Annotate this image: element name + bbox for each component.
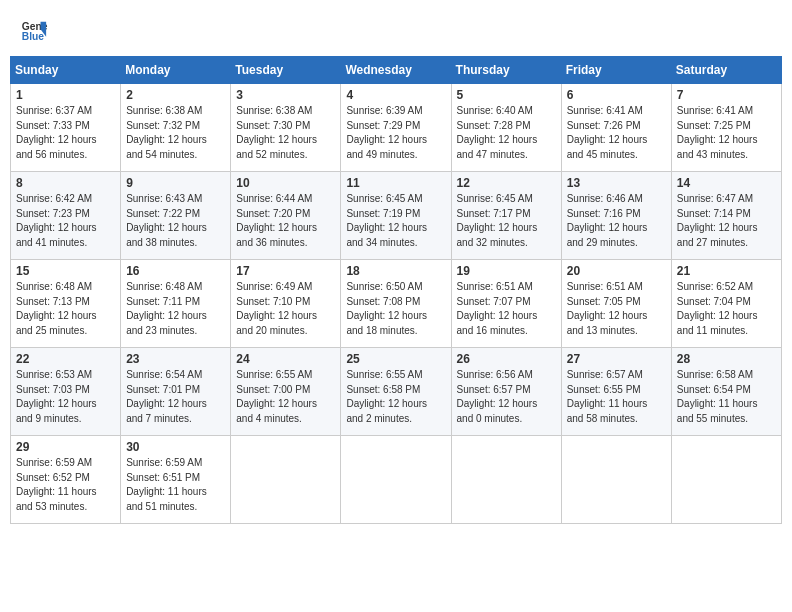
calendar-cell: 3 Sunrise: 6:38 AMSunset: 7:30 PMDayligh… bbox=[231, 84, 341, 172]
day-info: Sunrise: 6:50 AMSunset: 7:08 PMDaylight:… bbox=[346, 280, 445, 338]
calendar-cell: 15 Sunrise: 6:48 AMSunset: 7:13 PMDaylig… bbox=[11, 260, 121, 348]
day-number: 11 bbox=[346, 176, 445, 190]
page-header: General Blue bbox=[10, 10, 782, 52]
day-number: 10 bbox=[236, 176, 335, 190]
calendar-cell: 20 Sunrise: 6:51 AMSunset: 7:05 PMDaylig… bbox=[561, 260, 671, 348]
day-number: 24 bbox=[236, 352, 335, 366]
day-number: 4 bbox=[346, 88, 445, 102]
calendar-cell: 16 Sunrise: 6:48 AMSunset: 7:11 PMDaylig… bbox=[121, 260, 231, 348]
day-info: Sunrise: 6:40 AMSunset: 7:28 PMDaylight:… bbox=[457, 104, 556, 162]
day-info: Sunrise: 6:59 AMSunset: 6:51 PMDaylight:… bbox=[126, 456, 225, 514]
day-info: Sunrise: 6:42 AMSunset: 7:23 PMDaylight:… bbox=[16, 192, 115, 250]
calendar-cell: 24 Sunrise: 6:55 AMSunset: 7:00 PMDaylig… bbox=[231, 348, 341, 436]
day-number: 8 bbox=[16, 176, 115, 190]
day-info: Sunrise: 6:41 AMSunset: 7:26 PMDaylight:… bbox=[567, 104, 666, 162]
calendar-cell: 28 Sunrise: 6:58 AMSunset: 6:54 PMDaylig… bbox=[671, 348, 781, 436]
day-info: Sunrise: 6:53 AMSunset: 7:03 PMDaylight:… bbox=[16, 368, 115, 426]
day-info: Sunrise: 6:59 AMSunset: 6:52 PMDaylight:… bbox=[16, 456, 115, 514]
column-header-tuesday: Tuesday bbox=[231, 57, 341, 84]
day-number: 18 bbox=[346, 264, 445, 278]
day-info: Sunrise: 6:39 AMSunset: 7:29 PMDaylight:… bbox=[346, 104, 445, 162]
day-info: Sunrise: 6:52 AMSunset: 7:04 PMDaylight:… bbox=[677, 280, 776, 338]
calendar-cell: 10 Sunrise: 6:44 AMSunset: 7:20 PMDaylig… bbox=[231, 172, 341, 260]
calendar-cell: 14 Sunrise: 6:47 AMSunset: 7:14 PMDaylig… bbox=[671, 172, 781, 260]
day-info: Sunrise: 6:38 AMSunset: 7:30 PMDaylight:… bbox=[236, 104, 335, 162]
calendar-cell: 19 Sunrise: 6:51 AMSunset: 7:07 PMDaylig… bbox=[451, 260, 561, 348]
day-number: 22 bbox=[16, 352, 115, 366]
calendar-cell: 5 Sunrise: 6:40 AMSunset: 7:28 PMDayligh… bbox=[451, 84, 561, 172]
day-info: Sunrise: 6:55 AMSunset: 6:58 PMDaylight:… bbox=[346, 368, 445, 426]
calendar-cell: 22 Sunrise: 6:53 AMSunset: 7:03 PMDaylig… bbox=[11, 348, 121, 436]
day-number: 7 bbox=[677, 88, 776, 102]
day-number: 28 bbox=[677, 352, 776, 366]
day-number: 20 bbox=[567, 264, 666, 278]
day-info: Sunrise: 6:48 AMSunset: 7:13 PMDaylight:… bbox=[16, 280, 115, 338]
calendar-cell: 4 Sunrise: 6:39 AMSunset: 7:29 PMDayligh… bbox=[341, 84, 451, 172]
day-info: Sunrise: 6:55 AMSunset: 7:00 PMDaylight:… bbox=[236, 368, 335, 426]
day-number: 6 bbox=[567, 88, 666, 102]
day-number: 1 bbox=[16, 88, 115, 102]
day-info: Sunrise: 6:49 AMSunset: 7:10 PMDaylight:… bbox=[236, 280, 335, 338]
day-number: 2 bbox=[126, 88, 225, 102]
calendar-cell: 12 Sunrise: 6:45 AMSunset: 7:17 PMDaylig… bbox=[451, 172, 561, 260]
day-number: 16 bbox=[126, 264, 225, 278]
column-header-monday: Monday bbox=[121, 57, 231, 84]
day-info: Sunrise: 6:56 AMSunset: 6:57 PMDaylight:… bbox=[457, 368, 556, 426]
logo: General Blue bbox=[20, 18, 48, 46]
day-number: 23 bbox=[126, 352, 225, 366]
calendar-week-1: 1 Sunrise: 6:37 AMSunset: 7:33 PMDayligh… bbox=[11, 84, 782, 172]
calendar-cell: 17 Sunrise: 6:49 AMSunset: 7:10 PMDaylig… bbox=[231, 260, 341, 348]
calendar-cell: 1 Sunrise: 6:37 AMSunset: 7:33 PMDayligh… bbox=[11, 84, 121, 172]
calendar-cell bbox=[231, 436, 341, 524]
calendar-cell: 29 Sunrise: 6:59 AMSunset: 6:52 PMDaylig… bbox=[11, 436, 121, 524]
calendar-cell: 8 Sunrise: 6:42 AMSunset: 7:23 PMDayligh… bbox=[11, 172, 121, 260]
calendar-header-row: SundayMondayTuesdayWednesdayThursdayFrid… bbox=[11, 57, 782, 84]
calendar-cell bbox=[671, 436, 781, 524]
day-number: 14 bbox=[677, 176, 776, 190]
calendar-cell bbox=[451, 436, 561, 524]
day-info: Sunrise: 6:51 AMSunset: 7:05 PMDaylight:… bbox=[567, 280, 666, 338]
day-number: 3 bbox=[236, 88, 335, 102]
calendar-cell: 6 Sunrise: 6:41 AMSunset: 7:26 PMDayligh… bbox=[561, 84, 671, 172]
day-number: 21 bbox=[677, 264, 776, 278]
day-info: Sunrise: 6:41 AMSunset: 7:25 PMDaylight:… bbox=[677, 104, 776, 162]
day-number: 13 bbox=[567, 176, 666, 190]
calendar-cell: 13 Sunrise: 6:46 AMSunset: 7:16 PMDaylig… bbox=[561, 172, 671, 260]
day-info: Sunrise: 6:51 AMSunset: 7:07 PMDaylight:… bbox=[457, 280, 556, 338]
column-header-saturday: Saturday bbox=[671, 57, 781, 84]
day-number: 12 bbox=[457, 176, 556, 190]
day-number: 15 bbox=[16, 264, 115, 278]
day-number: 19 bbox=[457, 264, 556, 278]
column-header-wednesday: Wednesday bbox=[341, 57, 451, 84]
day-number: 9 bbox=[126, 176, 225, 190]
day-info: Sunrise: 6:57 AMSunset: 6:55 PMDaylight:… bbox=[567, 368, 666, 426]
day-number: 29 bbox=[16, 440, 115, 454]
day-info: Sunrise: 6:45 AMSunset: 7:19 PMDaylight:… bbox=[346, 192, 445, 250]
calendar-table: SundayMondayTuesdayWednesdayThursdayFrid… bbox=[10, 56, 782, 524]
calendar-week-5: 29 Sunrise: 6:59 AMSunset: 6:52 PMDaylig… bbox=[11, 436, 782, 524]
day-info: Sunrise: 6:38 AMSunset: 7:32 PMDaylight:… bbox=[126, 104, 225, 162]
calendar-cell: 30 Sunrise: 6:59 AMSunset: 6:51 PMDaylig… bbox=[121, 436, 231, 524]
calendar-cell: 9 Sunrise: 6:43 AMSunset: 7:22 PMDayligh… bbox=[121, 172, 231, 260]
column-header-sunday: Sunday bbox=[11, 57, 121, 84]
calendar-cell: 2 Sunrise: 6:38 AMSunset: 7:32 PMDayligh… bbox=[121, 84, 231, 172]
logo-icon: General Blue bbox=[20, 18, 48, 46]
day-info: Sunrise: 6:45 AMSunset: 7:17 PMDaylight:… bbox=[457, 192, 556, 250]
svg-text:Blue: Blue bbox=[22, 31, 45, 42]
day-number: 5 bbox=[457, 88, 556, 102]
calendar-cell: 26 Sunrise: 6:56 AMSunset: 6:57 PMDaylig… bbox=[451, 348, 561, 436]
day-info: Sunrise: 6:43 AMSunset: 7:22 PMDaylight:… bbox=[126, 192, 225, 250]
calendar-cell: 11 Sunrise: 6:45 AMSunset: 7:19 PMDaylig… bbox=[341, 172, 451, 260]
column-header-friday: Friday bbox=[561, 57, 671, 84]
calendar-cell bbox=[341, 436, 451, 524]
calendar-cell: 7 Sunrise: 6:41 AMSunset: 7:25 PMDayligh… bbox=[671, 84, 781, 172]
calendar-cell: 23 Sunrise: 6:54 AMSunset: 7:01 PMDaylig… bbox=[121, 348, 231, 436]
calendar-cell: 27 Sunrise: 6:57 AMSunset: 6:55 PMDaylig… bbox=[561, 348, 671, 436]
day-number: 17 bbox=[236, 264, 335, 278]
calendar-week-3: 15 Sunrise: 6:48 AMSunset: 7:13 PMDaylig… bbox=[11, 260, 782, 348]
calendar-cell bbox=[561, 436, 671, 524]
day-info: Sunrise: 6:44 AMSunset: 7:20 PMDaylight:… bbox=[236, 192, 335, 250]
day-number: 27 bbox=[567, 352, 666, 366]
day-info: Sunrise: 6:54 AMSunset: 7:01 PMDaylight:… bbox=[126, 368, 225, 426]
day-info: Sunrise: 6:47 AMSunset: 7:14 PMDaylight:… bbox=[677, 192, 776, 250]
